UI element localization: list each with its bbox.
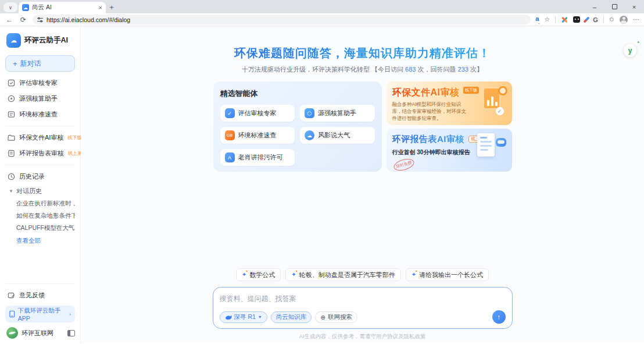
report-icon (8, 150, 15, 157)
window-close-button[interactable]: × (624, 0, 644, 13)
window-minimize-button[interactable]: – (585, 0, 604, 13)
extension-pen-icon[interactable] (584, 16, 590, 23)
new-tab-button[interactable]: + (106, 1, 117, 13)
agent-label: 老肖讲排污许可 (238, 153, 283, 162)
model-label: 深寻 R1 (234, 313, 256, 321)
browser-menu-icon[interactable]: ⋯ (633, 16, 639, 23)
floating-assistant-widget[interactable]: y (624, 44, 636, 57)
suggestion-chip[interactable]: ✦ 请给我输出一个长公式 (406, 268, 489, 281)
stats-prefix: 【今日访问 (371, 66, 403, 73)
suggestion-chip[interactable]: ✦ 轮毂、制动盘是否属于汽车零部件 (285, 268, 400, 281)
tab-search-button[interactable]: ∨ (3, 2, 17, 12)
web-search-toggle[interactable]: ⊕ 联网搜索 (315, 311, 357, 323)
app-window: ☁ 环评云助手AI + 新对话 评估审核专家 源强核算助手 环境标准速查 (0, 26, 644, 343)
model-selector[interactable]: 深寻 R1 ▼ (220, 311, 267, 323)
reload-icon[interactable]: ⟳ (19, 16, 28, 24)
sidebar-item-standards[interactable]: 环境标准速查 (5, 107, 75, 122)
sidebar-divider (5, 126, 75, 126)
collections-star-icon[interactable]: ✩ (609, 16, 614, 23)
extension-bot-icon[interactable] (573, 16, 580, 23)
suggestion-label: 请给我输出一个长公式 (419, 271, 483, 279)
translate-icon[interactable]: a̰ (535, 15, 539, 23)
history-title: 历史记录 (19, 172, 45, 181)
checklist-icon (8, 79, 15, 87)
history-item[interactable]: 如何在复杂地形条件下选择适... (5, 210, 75, 222)
tab-favicon-cloud-icon: ☁ (22, 4, 29, 11)
download-app-label: 下载环评云助手APP (18, 307, 66, 322)
sidebar-item-label: 环保文件AI审核 (19, 133, 63, 142)
kb-label: 尚云知识库 (276, 313, 307, 321)
main-content: 环保难题随问随答，海量知识库助力精准评估！ 十万法规驱动行业升级，环评决策科学化… (81, 26, 644, 343)
agent-review-expert[interactable]: ✓ 评估审核专家 (220, 105, 295, 122)
eia-network-logo (6, 327, 18, 339)
toolbar-divider (603, 16, 604, 23)
knowledge-base-toggle[interactable]: 尚云知识库 (271, 311, 312, 323)
magnifier-icon (498, 86, 507, 95)
feedback-button[interactable]: 意见反馈 (5, 288, 75, 303)
suggestion-chip[interactable]: ✦ 数学公式 (236, 268, 281, 281)
bookmark-star-icon[interactable]: ☆ (544, 16, 550, 23)
chevron-down-icon: ▼ (258, 315, 262, 319)
new-chat-button[interactable]: + 新对话 (5, 55, 75, 72)
site-settings-icon[interactable] (37, 17, 43, 23)
window-controls: – × (585, 0, 644, 13)
deepseek-whale-icon (225, 314, 232, 320)
restore-icon (612, 4, 617, 9)
tab-close-icon[interactable]: × (99, 4, 102, 11)
report-robot-illustration (474, 132, 507, 165)
atom-icon (8, 95, 15, 102)
phone-icon (9, 310, 15, 318)
sidebar-item-doc-ai-review[interactable]: 环保文件AI审核 线下版 (5, 130, 75, 146)
agent-standards-lookup[interactable]: GB 环境标准速查 (220, 127, 295, 144)
plus-icon: + (13, 59, 17, 68)
extension-g-icon[interactable]: G (593, 16, 598, 23)
visits-count: 683 (405, 66, 416, 73)
suggestion-label: 数学公式 (249, 271, 275, 279)
history-item[interactable]: 企业在执行新标准时，如何依... (5, 197, 75, 210)
sidebar-item-label: 源强核算助手 (19, 94, 58, 103)
sidebar-bottom: 意见反馈 下载环评云助手APP › 环评互联网 (5, 280, 75, 339)
address-bar[interactable]: https://ai.eiacloud.com/#/dialog (33, 15, 531, 24)
back-icon[interactable]: ← (5, 16, 14, 24)
web-search-label: 联网搜索 (328, 313, 352, 321)
sidebar-divider (5, 283, 75, 284)
agent-label: 源强核算助手 (318, 109, 356, 118)
extension-x-icon[interactable] (561, 16, 568, 23)
history-item[interactable]: CALPUFF模型在大气环境容... (5, 222, 75, 234)
send-button[interactable]: ↑ (492, 310, 506, 324)
answers-count: 233 (458, 66, 468, 73)
app-title: 环评云助手AI (24, 36, 68, 45)
sparkle-icon: ✦ (242, 272, 246, 278)
agent-discharge-permit[interactable]: A 老肖讲排污许可 (220, 149, 295, 166)
download-app-button[interactable]: 下载环评云助手APP › (5, 306, 75, 322)
ai-disclaimer: AI生成内容，仅供参考，需遵守用户协议及隐私政策 (299, 333, 426, 341)
chat-input[interactable] (220, 295, 506, 303)
page-title: 环保难题随问随答，海量知识库助力精准评估！ (234, 45, 491, 61)
sidebar-item-review-expert[interactable]: 评估审核专家 (5, 75, 75, 91)
history-section-header: 历史记录 (5, 169, 75, 185)
collapse-sidebar-icon[interactable] (67, 330, 75, 336)
caret-down-icon: ▼ (9, 189, 13, 194)
window-restore-button[interactable] (604, 0, 624, 13)
history-group-toggle[interactable]: ▼ 对话历史 (5, 185, 75, 197)
sidebar-item-source-calc[interactable]: 源强核算助手 (5, 91, 75, 107)
folder-icon (8, 134, 15, 141)
view-all-history-link[interactable]: 查看全部 (5, 234, 75, 247)
agent-source-calc[interactable]: ⬡ 源强核算助手 (300, 105, 375, 122)
review-expert-icon: ✓ (225, 108, 235, 118)
sidebar: ☁ 环评云助手AI + 新对话 评估审核专家 源强核算助手 环境标准速查 (0, 26, 81, 343)
promo-report-ai-review-banner[interactable]: 环评报告表AI审核 线上版 行业首创 30分钟即出审核报告 限时免费 (387, 129, 512, 172)
robot-icon (496, 138, 506, 147)
free-trial-stamp: 限时免费 (392, 157, 416, 172)
agent-atmosphere[interactable]: ☁ 风影说大气 (300, 127, 375, 144)
browser-tab[interactable]: ☁ 尚云 AI × (19, 2, 106, 13)
promo-column: 环保文件AI审核 线下版 融合多种AI模型和环保行业知识库，结合专家审核经验，对… (387, 81, 512, 172)
profile-avatar[interactable] (620, 16, 628, 24)
brand-label: 环评互联网 (22, 329, 53, 338)
chevron-right-icon: › (69, 311, 71, 317)
sidebar-item-report-review[interactable]: 环评报告表审核 线上测试版 (5, 146, 75, 161)
feedback-label: 意见反馈 (19, 291, 45, 300)
promo-online-title: 环评报告表AI审核 (392, 134, 465, 145)
promo-doc-ai-review-banner[interactable]: 环保文件AI审核 线下版 融合多种AI模型和环保行业知识库，结合专家审核经验，对… (387, 81, 512, 125)
document-audit-illustration: ✓ (473, 86, 509, 116)
